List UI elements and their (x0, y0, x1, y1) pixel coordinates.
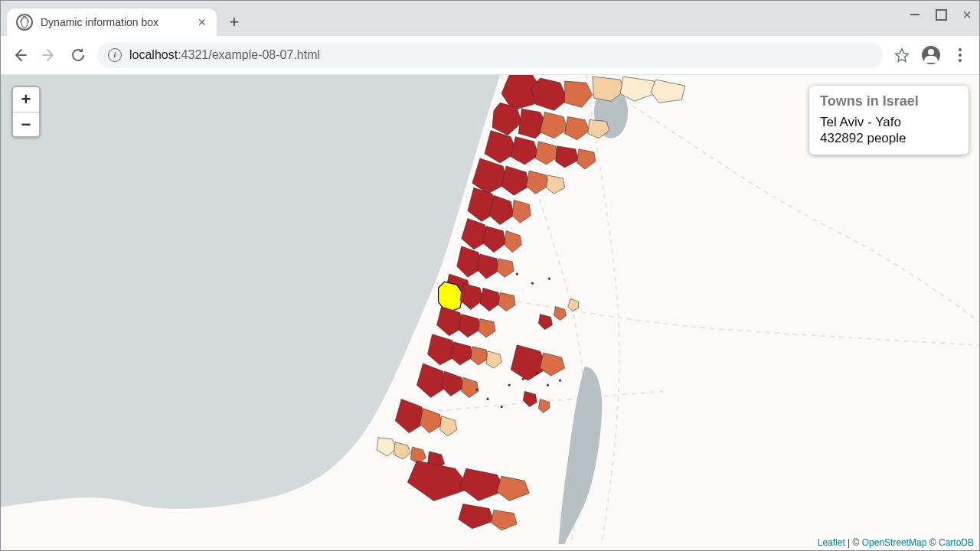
svg-point-2 (516, 273, 518, 276)
window-controls: × (909, 7, 973, 22)
svg-point-9 (559, 380, 561, 382)
tab-title: Dynamic information box (41, 16, 188, 28)
zoom-out-button[interactable]: − (13, 112, 39, 136)
info-box: Towns in Israel Tel Aviv - Yafo 432892 p… (809, 86, 969, 155)
arrow-left-icon (12, 47, 28, 63)
svg-point-3 (531, 282, 534, 285)
menu-button[interactable] (950, 45, 970, 65)
svg-point-5 (508, 384, 511, 386)
profile-button[interactable] (921, 45, 941, 65)
svg-point-8 (547, 384, 549, 386)
leaflet-link[interactable]: Leaflet (818, 537, 845, 548)
bookmark-button[interactable] (892, 45, 912, 65)
browser-toolbar: i localhost:4321/example-08-07.html (1, 36, 979, 75)
close-tab-icon[interactable]: × (196, 14, 207, 31)
maximize-icon[interactable] (935, 7, 947, 22)
zoom-in-button[interactable]: + (13, 87, 39, 112)
tab-strip: Dynamic information box × + × (1, 1, 979, 36)
browser-tab[interactable]: Dynamic information box × (7, 8, 217, 36)
svg-point-12 (501, 406, 503, 408)
address-bar[interactable]: i localhost:4321/example-08-07.html (97, 42, 883, 68)
carto-link[interactable]: CartoDB (939, 537, 974, 548)
new-tab-button[interactable]: + (223, 11, 246, 34)
url-text: localhost:4321/example-08-07.html (129, 48, 320, 62)
forward-button[interactable] (39, 45, 59, 65)
reload-icon (70, 47, 86, 63)
star-icon (894, 47, 910, 63)
svg-point-6 (522, 378, 524, 380)
page-viewport: + − Towns in Israel Tel Aviv - Yafo 4328… (1, 75, 979, 550)
info-heading: Towns in Israel (820, 93, 958, 109)
minimize-icon[interactable] (909, 7, 921, 22)
site-info-icon[interactable]: i (108, 48, 122, 62)
back-button[interactable] (10, 45, 30, 65)
avatar-icon (922, 46, 940, 64)
svg-point-11 (487, 398, 489, 400)
reload-button[interactable] (68, 45, 88, 65)
globe-icon (16, 14, 33, 31)
arrow-right-icon (41, 47, 57, 63)
browser-window: Dynamic information box × + × i localhos… (0, 0, 980, 551)
info-town-name: Tel Aviv - Yafo (820, 114, 958, 130)
map-attribution: Leaflet | © OpenStreetMap © CartoDB (814, 536, 978, 549)
svg-point-4 (548, 278, 550, 280)
svg-point-10 (476, 389, 479, 391)
info-population: 432892 people (820, 130, 958, 146)
osm-link[interactable]: OpenStreetMap (862, 537, 927, 548)
zoom-control: + − (11, 86, 41, 138)
close-window-icon[interactable]: × (961, 7, 973, 22)
kebab-icon (959, 48, 962, 62)
svg-point-7 (536, 372, 538, 374)
